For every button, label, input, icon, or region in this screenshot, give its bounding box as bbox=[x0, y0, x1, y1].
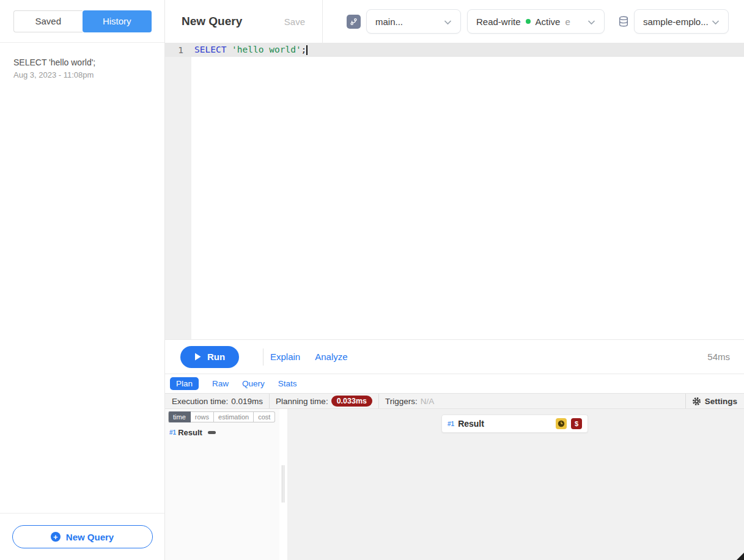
tab-query[interactable]: Query bbox=[242, 379, 265, 388]
sql-editor-app: Saved History SELECT 'hello world'; Aug … bbox=[0, 0, 744, 560]
metric-rows[interactable]: rows bbox=[191, 411, 214, 422]
plan-content: time rows estimation cost #1 Result bbox=[165, 409, 744, 560]
run-toolbar: Run Explain Analyze 54ms bbox=[165, 339, 744, 374]
compute-mode: Read-write bbox=[476, 17, 521, 27]
metric-switcher: time rows estimation cost bbox=[168, 411, 279, 422]
resize-handle[interactable] bbox=[737, 553, 744, 560]
branch-dropdown-value: main... bbox=[375, 17, 403, 27]
node-badges: $ bbox=[556, 418, 582, 429]
play-icon bbox=[194, 353, 201, 361]
clock-icon bbox=[556, 418, 567, 429]
chevron-down-icon bbox=[712, 17, 720, 27]
node-id: #1 bbox=[169, 429, 176, 436]
save-button[interactable]: Save bbox=[284, 17, 305, 27]
database-dropdown[interactable]: sample-emplo... bbox=[634, 9, 729, 34]
plan-tree-row[interactable]: #1 Result bbox=[168, 428, 279, 437]
sql-editor[interactable]: 1 SELECT 'hello world'; bbox=[165, 43, 744, 339]
execution-time: Execution time: 0.019ms bbox=[172, 397, 263, 406]
node-id: #1 bbox=[448, 421, 454, 427]
sidebar-tab-switcher: Saved History bbox=[0, 0, 164, 43]
execution-time-value: 0.019ms bbox=[231, 397, 263, 406]
header-left: New Query Save bbox=[165, 0, 322, 43]
tab-plan[interactable]: Plan bbox=[170, 377, 199, 390]
plan-tree-panel: time rows estimation cost #1 Result bbox=[165, 409, 279, 560]
active-status-dot-icon bbox=[526, 19, 531, 24]
plan-node-result[interactable]: #1 Result $ bbox=[441, 414, 588, 433]
results-panel: Plan Raw Query Stats Execution time: 0.0… bbox=[165, 374, 744, 560]
new-query-button[interactable]: + New Query bbox=[12, 525, 153, 548]
chevron-down-icon bbox=[587, 17, 595, 27]
node-name: Result bbox=[178, 428, 202, 437]
gear-icon bbox=[692, 397, 701, 406]
stats-divider bbox=[269, 394, 270, 408]
tab-raw[interactable]: Raw bbox=[212, 379, 229, 388]
history-list: SELECT 'hello world'; Aug 3, 2023 - 11:0… bbox=[0, 43, 164, 513]
text-cursor bbox=[306, 45, 308, 55]
stats-divider bbox=[378, 394, 379, 408]
editor-gutter bbox=[165, 43, 191, 339]
analyze-button[interactable]: Analyze bbox=[315, 352, 347, 362]
triggers-value: N/A bbox=[421, 397, 435, 406]
history-item[interactable]: SELECT 'hello world'; Aug 3, 2023 - 11:0… bbox=[13, 57, 151, 79]
query-sidebar: Saved History SELECT 'hello world'; Aug … bbox=[0, 0, 165, 560]
run-button[interactable]: Run bbox=[180, 346, 239, 368]
metric-time[interactable]: time bbox=[168, 411, 191, 422]
explain-button[interactable]: Explain bbox=[270, 352, 300, 362]
code-line: SELECT 'hello world'; bbox=[191, 45, 308, 55]
planning-time-label: Planning time: bbox=[276, 397, 328, 406]
plan-canvas[interactable]: #1 Result $ bbox=[287, 409, 744, 560]
database-dropdown-value: sample-emplo... bbox=[643, 17, 709, 27]
tab-stats[interactable]: Stats bbox=[278, 379, 297, 388]
metric-bar bbox=[208, 431, 216, 434]
database-icon bbox=[617, 15, 630, 28]
chevron-down-icon bbox=[444, 17, 452, 27]
planning-time-badge: 0.033ms bbox=[331, 396, 372, 407]
metric-cost[interactable]: cost bbox=[254, 411, 275, 422]
panel-splitter[interactable] bbox=[279, 409, 287, 560]
sql-keyword: SELECT bbox=[194, 45, 226, 54]
stats-divider bbox=[685, 394, 686, 408]
planning-time: Planning time: 0.033ms bbox=[276, 396, 372, 407]
saved-history-toggle: Saved History bbox=[13, 10, 152, 32]
settings-label: Settings bbox=[705, 397, 737, 406]
compute-extra: e bbox=[565, 17, 570, 27]
node-name: Result bbox=[458, 419, 484, 429]
sql-terminator: ; bbox=[301, 45, 307, 54]
triggers-label: Triggers: bbox=[385, 397, 418, 406]
tab-history[interactable]: History bbox=[83, 10, 152, 32]
query-duration: 54ms bbox=[707, 352, 730, 362]
dollar-icon: $ bbox=[571, 418, 582, 429]
run-label: Run bbox=[207, 352, 225, 362]
main-panel: New Query Save main... bbox=[165, 0, 744, 560]
history-item-timestamp: Aug 3, 2023 - 11:08pm bbox=[13, 70, 151, 79]
compute-status: Active bbox=[536, 17, 561, 27]
splitter-handle-icon bbox=[282, 465, 284, 503]
run-bar-divider bbox=[263, 348, 263, 366]
query-header: New Query Save main... bbox=[165, 0, 744, 43]
metric-estimation[interactable]: estimation bbox=[214, 411, 254, 422]
execution-time-label: Execution time: bbox=[172, 397, 228, 406]
new-query-label: New Query bbox=[66, 532, 114, 542]
tab-saved[interactable]: Saved bbox=[13, 10, 83, 32]
header-toolbar: main... Read-write Active e bbox=[323, 0, 744, 43]
branch-dropdown[interactable]: main... bbox=[366, 9, 461, 34]
page-title: New Query bbox=[182, 15, 242, 28]
editor-active-line[interactable]: 1 SELECT 'hello world'; bbox=[165, 43, 744, 57]
sidebar-footer: + New Query bbox=[0, 513, 164, 560]
triggers: Triggers: N/A bbox=[385, 397, 434, 406]
plan-stats-bar: Execution time: 0.019ms Planning time: 0… bbox=[165, 393, 744, 409]
compute-dropdown[interactable]: Read-write Active e bbox=[467, 9, 605, 34]
history-item-query: SELECT 'hello world'; bbox=[13, 57, 151, 67]
line-number: 1 bbox=[165, 45, 191, 55]
settings-button[interactable]: Settings bbox=[692, 397, 737, 406]
sql-string: 'hello world' bbox=[226, 45, 301, 54]
plus-icon: + bbox=[51, 532, 61, 542]
branch-icon bbox=[347, 15, 361, 29]
results-tabs: Plan Raw Query Stats bbox=[165, 374, 744, 393]
